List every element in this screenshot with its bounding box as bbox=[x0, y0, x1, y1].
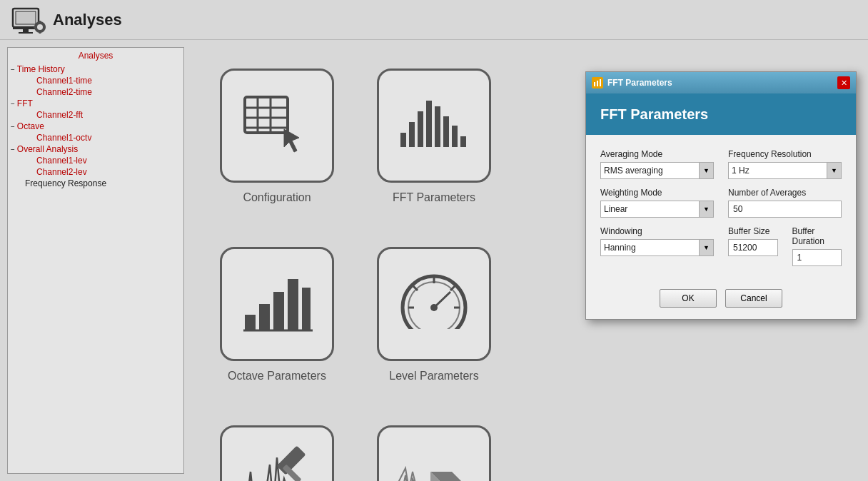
weighting-mode-arrow[interactable]: ▼ bbox=[699, 201, 713, 217]
form-group-frequency-resolution: Frequency Resolution 1 Hz ▼ bbox=[728, 149, 842, 179]
windowing-select[interactable]: Hanning ▼ bbox=[600, 239, 714, 256]
buffer-size-label: Buffer Size bbox=[728, 226, 778, 236]
buffer-size-group: Buffer Size bbox=[728, 226, 778, 266]
modal-titlebar-label: FFT Parameters bbox=[607, 78, 837, 88]
averaging-mode-label: Averaging Mode bbox=[600, 149, 714, 159]
svg-rect-49 bbox=[600, 79, 601, 86]
frequency-resolution-arrow[interactable]: ▼ bbox=[827, 163, 841, 178]
averaging-mode-select[interactable]: RMS averaging ▼ bbox=[600, 162, 714, 179]
modal-footer: OK Cancel bbox=[586, 280, 856, 319]
frequency-resolution-select[interactable]: 1 Hz ▼ bbox=[728, 162, 842, 179]
form-group-averaging-mode: Averaging Mode RMS averaging ▼ bbox=[600, 149, 714, 179]
frequency-resolution-label: Frequency Resolution bbox=[728, 149, 842, 159]
buffer-duration-input[interactable] bbox=[792, 249, 842, 266]
number-of-averages-input[interactable] bbox=[728, 201, 842, 218]
cancel-button[interactable]: Cancel bbox=[725, 289, 782, 308]
weighting-mode-label: Weighting Mode bbox=[600, 188, 714, 198]
form-group-buffer: Buffer Size Buffer Duration bbox=[728, 226, 842, 266]
windowing-label: Windowing bbox=[600, 226, 714, 236]
form-group-number-of-averages: Number of Averages bbox=[728, 188, 842, 218]
modal-body: Averaging Mode RMS averaging ▼ Frequency… bbox=[586, 135, 856, 280]
svg-rect-47 bbox=[594, 82, 595, 86]
weighting-mode-value: Linear bbox=[601, 204, 699, 214]
modal-form-grid: Averaging Mode RMS averaging ▼ Frequency… bbox=[600, 149, 842, 266]
modal-header-title: FFT Parameters bbox=[600, 106, 708, 123]
weighting-mode-select[interactable]: Linear ▼ bbox=[600, 201, 714, 218]
number-of-averages-label: Number of Averages bbox=[728, 188, 842, 198]
ok-button[interactable]: OK bbox=[660, 289, 717, 308]
modal-overlay: FFT Parameters ✕ FFT Parameters Averagin… bbox=[0, 0, 868, 481]
buffer-duration-group: Buffer Duration bbox=[792, 226, 842, 266]
modal-close-button[interactable]: ✕ bbox=[837, 76, 850, 89]
fft-parameters-modal: FFT Parameters ✕ FFT Parameters Averagin… bbox=[585, 71, 857, 320]
chart-icon bbox=[593, 79, 602, 87]
form-group-weighting-mode: Weighting Mode Linear ▼ bbox=[600, 188, 714, 218]
modal-titlebar-icon bbox=[592, 77, 603, 88]
frequency-resolution-value: 1 Hz bbox=[729, 166, 827, 176]
modal-header: FFT Parameters bbox=[586, 93, 856, 135]
modal-titlebar: FFT Parameters ✕ bbox=[586, 72, 856, 93]
buffer-row: Buffer Size Buffer Duration bbox=[728, 226, 842, 266]
svg-rect-48 bbox=[597, 81, 598, 86]
buffer-duration-label: Buffer Duration bbox=[792, 226, 842, 246]
form-group-windowing: Windowing Hanning ▼ bbox=[600, 226, 714, 266]
buffer-size-input[interactable] bbox=[728, 239, 778, 256]
averaging-mode-value: RMS averaging bbox=[601, 166, 699, 176]
averaging-mode-arrow[interactable]: ▼ bbox=[699, 163, 713, 178]
windowing-value: Hanning bbox=[601, 243, 699, 253]
windowing-arrow[interactable]: ▼ bbox=[699, 240, 713, 255]
